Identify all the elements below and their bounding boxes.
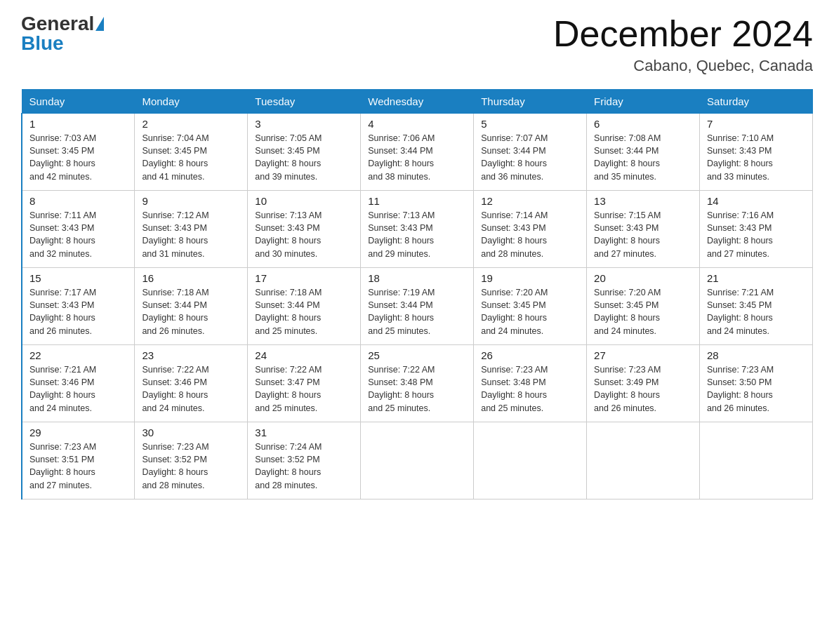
day-info: Sunrise: 7:07 AM Sunset: 3:44 PM Dayligh… bbox=[481, 132, 579, 183]
day-number: 30 bbox=[142, 427, 240, 438]
calendar-row-5: 29 Sunrise: 7:23 AM Sunset: 3:51 PM Dayl… bbox=[22, 422, 813, 499]
header-sunday: Sunday bbox=[22, 90, 135, 114]
day-number: 28 bbox=[707, 349, 805, 361]
day-number: 31 bbox=[255, 427, 353, 438]
table-row: 26 Sunrise: 7:23 AM Sunset: 3:48 PM Dayl… bbox=[474, 345, 587, 422]
table-row bbox=[474, 422, 587, 499]
table-row: 31 Sunrise: 7:24 AM Sunset: 3:52 PM Dayl… bbox=[248, 422, 361, 499]
day-info: Sunrise: 7:15 AM Sunset: 3:43 PM Dayligh… bbox=[594, 209, 692, 260]
day-info: Sunrise: 7:13 AM Sunset: 3:43 PM Dayligh… bbox=[368, 209, 466, 260]
day-number: 24 bbox=[255, 349, 353, 361]
day-info: Sunrise: 7:23 AM Sunset: 3:48 PM Dayligh… bbox=[481, 363, 579, 415]
table-row: 28 Sunrise: 7:23 AM Sunset: 3:50 PM Dayl… bbox=[700, 345, 813, 422]
table-row: 15 Sunrise: 7:17 AM Sunset: 3:43 PM Dayl… bbox=[22, 268, 135, 345]
header-tuesday: Tuesday bbox=[248, 90, 361, 114]
table-row: 20 Sunrise: 7:20 AM Sunset: 3:45 PM Dayl… bbox=[587, 268, 700, 345]
day-info: Sunrise: 7:23 AM Sunset: 3:51 PM Dayligh… bbox=[29, 441, 127, 492]
day-number: 8 bbox=[29, 195, 127, 207]
table-row: 5 Sunrise: 7:07 AM Sunset: 3:44 PM Dayli… bbox=[474, 114, 587, 191]
table-row: 12 Sunrise: 7:14 AM Sunset: 3:43 PM Dayl… bbox=[474, 191, 587, 268]
table-row: 13 Sunrise: 7:15 AM Sunset: 3:43 PM Dayl… bbox=[587, 191, 700, 268]
day-info: Sunrise: 7:18 AM Sunset: 3:44 PM Dayligh… bbox=[142, 286, 240, 337]
day-info: Sunrise: 7:10 AM Sunset: 3:43 PM Dayligh… bbox=[707, 132, 805, 183]
day-number: 10 bbox=[255, 195, 353, 207]
calendar-title: December 2024 bbox=[553, 14, 813, 54]
table-row bbox=[587, 422, 700, 499]
day-number: 21 bbox=[707, 272, 805, 284]
logo-text-general: General bbox=[21, 14, 94, 34]
day-info: Sunrise: 7:21 AM Sunset: 3:46 PM Dayligh… bbox=[29, 363, 127, 415]
table-row: 11 Sunrise: 7:13 AM Sunset: 3:43 PM Dayl… bbox=[361, 191, 474, 268]
day-info: Sunrise: 7:05 AM Sunset: 3:45 PM Dayligh… bbox=[255, 132, 353, 183]
day-info: Sunrise: 7:23 AM Sunset: 3:52 PM Dayligh… bbox=[142, 441, 240, 492]
page-header: General Blue December 2024 Cabano, Quebe… bbox=[21, 14, 813, 75]
table-row: 30 Sunrise: 7:23 AM Sunset: 3:52 PM Dayl… bbox=[135, 422, 248, 499]
calendar-row-1: 1 Sunrise: 7:03 AM Sunset: 3:45 PM Dayli… bbox=[22, 114, 813, 191]
day-number: 14 bbox=[707, 195, 805, 207]
day-info: Sunrise: 7:12 AM Sunset: 3:43 PM Dayligh… bbox=[142, 209, 240, 260]
day-number: 22 bbox=[29, 349, 127, 361]
day-number: 20 bbox=[594, 272, 692, 284]
day-number: 23 bbox=[142, 349, 240, 361]
table-row: 6 Sunrise: 7:08 AM Sunset: 3:44 PM Dayli… bbox=[587, 114, 700, 191]
day-number: 9 bbox=[142, 195, 240, 207]
day-number: 3 bbox=[255, 118, 353, 130]
calendar-table: Sunday Monday Tuesday Wednesday Thursday… bbox=[21, 89, 813, 499]
logo: General Blue bbox=[21, 14, 104, 53]
day-number: 13 bbox=[594, 195, 692, 207]
day-number: 11 bbox=[368, 195, 466, 207]
header-thursday: Thursday bbox=[474, 90, 587, 114]
day-info: Sunrise: 7:22 AM Sunset: 3:47 PM Dayligh… bbox=[255, 363, 353, 415]
table-row: 3 Sunrise: 7:05 AM Sunset: 3:45 PM Dayli… bbox=[248, 114, 361, 191]
day-info: Sunrise: 7:08 AM Sunset: 3:44 PM Dayligh… bbox=[594, 132, 692, 183]
calendar-row-4: 22 Sunrise: 7:21 AM Sunset: 3:46 PM Dayl… bbox=[22, 345, 813, 422]
calendar-subtitle: Cabano, Quebec, Canada bbox=[553, 57, 813, 75]
day-number: 26 bbox=[481, 349, 579, 361]
table-row: 2 Sunrise: 7:04 AM Sunset: 3:45 PM Dayli… bbox=[135, 114, 248, 191]
table-row: 17 Sunrise: 7:18 AM Sunset: 3:44 PM Dayl… bbox=[248, 268, 361, 345]
calendar-row-2: 8 Sunrise: 7:11 AM Sunset: 3:43 PM Dayli… bbox=[22, 191, 813, 268]
calendar-header-row: Sunday Monday Tuesday Wednesday Thursday… bbox=[22, 90, 813, 114]
day-number: 12 bbox=[481, 195, 579, 207]
header-wednesday: Wednesday bbox=[361, 90, 474, 114]
day-info: Sunrise: 7:17 AM Sunset: 3:43 PM Dayligh… bbox=[29, 286, 127, 337]
day-info: Sunrise: 7:16 AM Sunset: 3:43 PM Dayligh… bbox=[707, 209, 805, 260]
logo-text-blue: Blue bbox=[21, 34, 64, 53]
day-info: Sunrise: 7:20 AM Sunset: 3:45 PM Dayligh… bbox=[594, 286, 692, 337]
day-info: Sunrise: 7:20 AM Sunset: 3:45 PM Dayligh… bbox=[481, 286, 579, 337]
day-info: Sunrise: 7:14 AM Sunset: 3:43 PM Dayligh… bbox=[481, 209, 579, 260]
day-info: Sunrise: 7:18 AM Sunset: 3:44 PM Dayligh… bbox=[255, 286, 353, 337]
day-number: 15 bbox=[29, 272, 127, 284]
header-friday: Friday bbox=[587, 90, 700, 114]
table-row: 9 Sunrise: 7:12 AM Sunset: 3:43 PM Dayli… bbox=[135, 191, 248, 268]
table-row bbox=[361, 422, 474, 499]
day-info: Sunrise: 7:11 AM Sunset: 3:43 PM Dayligh… bbox=[29, 209, 127, 260]
day-number: 18 bbox=[368, 272, 466, 284]
table-row: 21 Sunrise: 7:21 AM Sunset: 3:45 PM Dayl… bbox=[700, 268, 813, 345]
day-number: 16 bbox=[142, 272, 240, 284]
header-monday: Monday bbox=[135, 90, 248, 114]
day-number: 2 bbox=[142, 118, 240, 130]
day-info: Sunrise: 7:06 AM Sunset: 3:44 PM Dayligh… bbox=[368, 132, 466, 183]
table-row: 4 Sunrise: 7:06 AM Sunset: 3:44 PM Dayli… bbox=[361, 114, 474, 191]
table-row: 24 Sunrise: 7:22 AM Sunset: 3:47 PM Dayl… bbox=[248, 345, 361, 422]
day-number: 4 bbox=[368, 118, 466, 130]
day-number: 5 bbox=[481, 118, 579, 130]
day-info: Sunrise: 7:21 AM Sunset: 3:45 PM Dayligh… bbox=[707, 286, 805, 337]
day-number: 17 bbox=[255, 272, 353, 284]
day-number: 6 bbox=[594, 118, 692, 130]
table-row: 23 Sunrise: 7:22 AM Sunset: 3:46 PM Dayl… bbox=[135, 345, 248, 422]
table-row: 7 Sunrise: 7:10 AM Sunset: 3:43 PM Dayli… bbox=[700, 114, 813, 191]
day-number: 19 bbox=[481, 272, 579, 284]
day-number: 1 bbox=[29, 118, 127, 130]
table-row: 29 Sunrise: 7:23 AM Sunset: 3:51 PM Dayl… bbox=[22, 422, 135, 499]
calendar-title-block: December 2024 Cabano, Quebec, Canada bbox=[553, 14, 813, 75]
day-number: 27 bbox=[594, 349, 692, 361]
day-info: Sunrise: 7:23 AM Sunset: 3:50 PM Dayligh… bbox=[707, 363, 805, 415]
table-row: 25 Sunrise: 7:22 AM Sunset: 3:48 PM Dayl… bbox=[361, 345, 474, 422]
table-row: 16 Sunrise: 7:18 AM Sunset: 3:44 PM Dayl… bbox=[135, 268, 248, 345]
day-info: Sunrise: 7:23 AM Sunset: 3:49 PM Dayligh… bbox=[594, 363, 692, 415]
day-info: Sunrise: 7:24 AM Sunset: 3:52 PM Dayligh… bbox=[255, 441, 353, 492]
logo-triangle-icon bbox=[95, 17, 104, 31]
table-row: 22 Sunrise: 7:21 AM Sunset: 3:46 PM Dayl… bbox=[22, 345, 135, 422]
